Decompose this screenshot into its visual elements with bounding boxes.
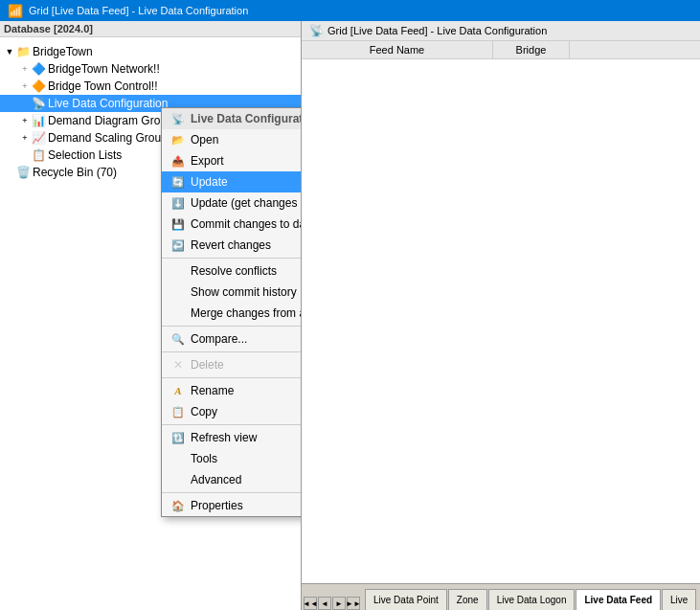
export-label: Export <box>191 154 302 168</box>
menu-item-open[interactable]: 📂 Open <box>162 129 302 150</box>
demand-diagram-icon: 📊 <box>31 113 46 128</box>
tree-item-bridgetown[interactable]: ▼ 📁 BridgeTown <box>0 43 301 60</box>
scroll-prev[interactable]: ◄ <box>318 597 331 610</box>
header-wifi-icon: 📡 <box>169 111 187 126</box>
advanced-label: Advanced <box>191 473 302 486</box>
copy-icon: 📋 <box>169 404 187 419</box>
network-icon: 🔷 <box>31 61 46 77</box>
wifi-icon: 📶 <box>8 4 23 18</box>
window-title: Grid [Live Data Feed] - Live Data Config… <box>29 5 248 16</box>
menu-item-rename[interactable]: A Rename <box>162 380 302 401</box>
menu-item-commit[interactable]: 💾 Commit changes to database <box>162 214 302 235</box>
revert-icon: ↩️ <box>169 237 187 253</box>
col-bridge: Bridge <box>493 41 570 58</box>
menu-item-copy[interactable]: 📋 Copy <box>162 401 302 422</box>
tree-item-bridge-town-control[interactable]: + 🔶 Bridge Town Control!! <box>0 78 301 95</box>
menu-item-revert[interactable]: ↩️ Revert changes <box>162 235 302 256</box>
rename-label: Rename <box>191 384 302 397</box>
scroll-next[interactable]: ► <box>332 597 346 610</box>
expand-recycle[interactable] <box>4 167 15 178</box>
update-label: Update <box>191 175 302 189</box>
menu-item-refresh[interactable]: 🔃 Refresh view <box>162 427 302 448</box>
open-label: Open <box>191 133 302 147</box>
menu-item-tools[interactable]: Tools ▶ <box>162 448 302 469</box>
properties-icon: 🏠 <box>169 498 187 513</box>
delete-icon: ✕ <box>169 357 187 373</box>
open-icon: 📂 <box>169 132 187 147</box>
tree-label-bridgetown: BridgeTown <box>33 45 93 58</box>
scroll-first[interactable]: ◄◄ <box>304 597 317 610</box>
tab-live[interactable]: Live <box>662 589 696 610</box>
menu-item-compare[interactable]: 🔍 Compare... <box>162 328 302 350</box>
left-panel: Database [2024.0] ▼ 📁 BridgeTown + 🔷 Bri… <box>0 21 302 610</box>
menu-item-delete: ✕ Delete <box>162 354 302 375</box>
expand-demand-scaling[interactable]: + <box>19 132 31 144</box>
commit-icon: 💾 <box>169 216 187 232</box>
menu-item-update-others[interactable]: ⬇️ Update (get changes made by others) <box>162 192 302 214</box>
grid-wifi-icon: 📡 <box>309 24 324 37</box>
scroll-last[interactable]: ►► <box>347 597 360 610</box>
tree-label-live-data-config: Live Data Configuration <box>48 97 168 110</box>
separator-5 <box>162 424 302 425</box>
tab-live-data-feed[interactable]: Live Data Feed <box>576 589 661 610</box>
context-menu: 📡 Live Data Configuration 📂 Open 📤 Expor… <box>161 107 302 517</box>
menu-item-advanced[interactable]: Advanced ▶ <box>162 469 302 490</box>
tabs-bar: ◄◄ ◄ ► ►► Live Data Point Zone Live Data… <box>302 583 700 610</box>
separator-6 <box>162 492 302 493</box>
selection-icon: 📋 <box>31 147 46 163</box>
menu-item-show-commit[interactable]: Show commit history <box>162 282 302 303</box>
tab-live-label: Live <box>670 595 688 605</box>
expand-control[interactable]: + <box>19 80 31 92</box>
tools-icon <box>169 451 187 466</box>
demand-scaling-icon: 📈 <box>31 130 46 146</box>
menu-item-merge[interactable]: Merge changes from another network <box>162 303 302 324</box>
expand-live-data[interactable] <box>19 98 31 109</box>
recycle-bin-icon: 🗑️ <box>15 165 31 180</box>
tree-label-bridge-town-control: Bridge Town Control!! <box>48 79 158 93</box>
menu-item-resolve[interactable]: Resolve conflicts <box>162 260 302 282</box>
expand-bridgetown[interactable]: ▼ <box>4 46 15 57</box>
live-data-icon: 📡 <box>31 96 46 111</box>
tab-zone[interactable]: Zone <box>448 589 487 610</box>
delete-label: Delete <box>191 358 302 372</box>
database-label: Database [2024.0] <box>4 23 93 34</box>
context-menu-header: 📡 Live Data Configuration <box>162 108 302 129</box>
show-commit-icon <box>169 284 187 300</box>
title-bar: 📶 Grid [Live Data Feed] - Live Data Conf… <box>0 0 700 21</box>
expand-selection[interactable] <box>19 149 31 161</box>
separator-1 <box>162 258 302 259</box>
grid-content: Feed Name Bridge <box>302 41 700 583</box>
expand-demand-diagram[interactable]: + <box>19 115 31 126</box>
tree-item-bridgetown-network[interactable]: + 🔷 BridgeTown Network!! <box>0 60 301 78</box>
refresh-icon: 🔃 <box>169 430 187 445</box>
context-menu-title: Live Data Configuration <box>191 112 302 125</box>
merge-label: Merge changes from another network <box>191 306 302 320</box>
col-feed-name-label: Feed Name <box>370 44 424 56</box>
show-commit-label: Show commit history <box>191 285 302 299</box>
tree-label-recycle-bin: Recycle Bin (70) <box>33 166 117 179</box>
tab-live-data-logon-label: Live Data Logon <box>497 595 567 605</box>
grid-title: Grid [Live Data Feed] - Live Data Config… <box>327 25 547 36</box>
menu-item-export[interactable]: 📤 Export ▶ <box>162 150 302 171</box>
advanced-icon <box>169 472 187 487</box>
scroll-arrows: ◄◄ ◄ ► ►► <box>304 597 360 610</box>
revert-label: Revert changes <box>191 238 302 252</box>
tools-label: Tools <box>191 452 302 465</box>
properties-label: Properties <box>191 499 302 512</box>
expand-network[interactable]: + <box>19 63 31 75</box>
col-bridge-label: Bridge <box>516 44 547 56</box>
col-feed-name: Feed Name <box>302 41 493 58</box>
update-others-icon: ⬇️ <box>169 195 187 211</box>
separator-4 <box>162 377 302 378</box>
grid-header-row: Feed Name Bridge <box>302 41 700 59</box>
menu-item-properties[interactable]: 🏠 Properties <box>162 495 302 516</box>
update-others-label: Update (get changes made by others) <box>191 196 302 210</box>
tab-live-data-logon[interactable]: Live Data Logon <box>488 589 576 610</box>
compare-label: Compare... <box>191 332 302 346</box>
control-icon: 🔶 <box>31 79 46 94</box>
rename-icon: A <box>169 383 187 398</box>
tab-live-data-point[interactable]: Live Data Point <box>365 589 447 610</box>
menu-item-update[interactable]: 🔄 Update ▶ CSV From CSV... ↖ <box>162 171 302 192</box>
refresh-label: Refresh view <box>191 431 302 444</box>
commit-label: Commit changes to database <box>191 217 302 231</box>
